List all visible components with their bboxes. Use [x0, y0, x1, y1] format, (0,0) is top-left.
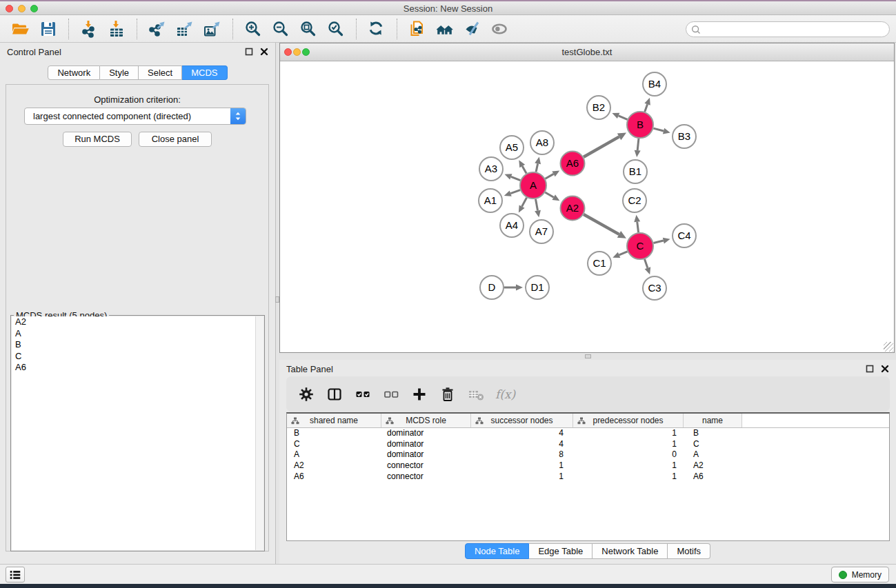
table-row-A[interactable]: Adominator80A — [287, 449, 889, 460]
close-panel-button[interactable]: Close panel — [139, 132, 212, 147]
column-layout-button[interactable] — [326, 385, 344, 403]
criterion-dropdown[interactable]: largest connected component (directed) — [24, 108, 246, 125]
network-document-button[interactable] — [404, 17, 431, 41]
mcds-result-list[interactable]: A2ABCA6 — [12, 316, 263, 550]
result-scrollbar[interactable] — [255, 316, 263, 550]
toolbar-divider — [137, 19, 137, 39]
close-panel-icon[interactable] — [260, 48, 268, 56]
result-item-B[interactable]: B — [12, 339, 263, 351]
vertical-split-grip[interactable] — [275, 296, 279, 303]
memory-button[interactable]: Memory — [831, 567, 889, 582]
zoom-in-icon — [244, 20, 262, 38]
export-table-button[interactable] — [171, 17, 199, 41]
add-column-button[interactable] — [410, 385, 428, 403]
node-B2[interactable]: B2 — [587, 96, 610, 119]
graphics-details-on-button[interactable] — [486, 17, 514, 41]
cell-successor-nodes: 4 — [471, 428, 573, 439]
horizontal-split-divider[interactable] — [276, 353, 896, 360]
table-settings-button[interactable] — [297, 385, 315, 403]
network-window-titlebar: testGlobe.txt — [280, 43, 894, 61]
hierarchy-icon — [577, 417, 586, 425]
result-item-A[interactable]: A — [12, 328, 263, 340]
tab-node-table[interactable]: Node Table — [465, 543, 530, 559]
tab-network[interactable]: Network — [48, 65, 100, 80]
tab-motifs[interactable]: Motifs — [668, 543, 710, 559]
node-A5[interactable]: A5 — [500, 136, 524, 159]
window-resize-grip[interactable] — [884, 342, 893, 352]
node-D[interactable]: D — [480, 276, 504, 299]
table-row-B[interactable]: Bdominator41B — [287, 428, 889, 439]
task-history-button[interactable] — [6, 567, 25, 582]
cell-name: A2 — [684, 460, 742, 472]
node-A1[interactable]: A1 — [479, 189, 502, 212]
table-row-A6[interactable]: A6connector11A6 — [287, 472, 889, 483]
node-B3[interactable]: B3 — [673, 125, 696, 148]
node-A8[interactable]: A8 — [530, 131, 554, 154]
run-mcds-button[interactable]: Run MCDS — [63, 132, 132, 147]
edge-arrowhead — [635, 150, 641, 157]
node-C4[interactable]: C4 — [673, 224, 696, 247]
column-header-MCDS-role[interactable]: MCDS role — [381, 414, 471, 427]
column-header-name[interactable]: name — [684, 414, 742, 427]
column-header-successor-nodes[interactable]: successor nodes — [471, 414, 573, 427]
result-item-C[interactable]: C — [12, 351, 263, 363]
node-A6[interactable]: A6 — [561, 152, 585, 176]
clear-all-checkboxes-button[interactable] — [382, 385, 400, 403]
node-A2[interactable]: A2 — [561, 196, 585, 221]
tab-mcds[interactable]: MCDS — [182, 65, 227, 80]
cell-shared-name: A — [287, 449, 381, 460]
result-item-A2[interactable]: A2 — [12, 316, 263, 328]
node-D1[interactable]: D1 — [526, 276, 549, 299]
node-A3[interactable]: A3 — [479, 157, 503, 181]
node-B1[interactable]: B1 — [624, 160, 647, 183]
cell-shared-name: C — [287, 439, 381, 450]
close-panel-icon[interactable] — [881, 365, 889, 373]
toolbar-divider — [356, 19, 357, 39]
zoom-out-button[interactable] — [267, 17, 295, 41]
node-A4[interactable]: A4 — [500, 214, 524, 237]
export-image-button[interactable] — [199, 17, 226, 41]
tab-edge-table[interactable]: Edge Table — [529, 543, 593, 559]
table-body: Bdominator41BCdominator41CAdominator80AA… — [287, 428, 889, 482]
node-C3[interactable]: C3 — [643, 276, 666, 300]
refresh-layout-button[interactable] — [363, 17, 390, 41]
export-network-button[interactable] — [143, 17, 171, 41]
float-panel-icon[interactable] — [866, 365, 874, 373]
network-canvas[interactable]: ABCA2A6A1A3A4A5A7A8B1B2B3B4C1C2C3C4DD1 — [280, 61, 894, 352]
tab-select[interactable]: Select — [139, 65, 182, 80]
column-header-predecessor-nodes[interactable]: predecessor nodes — [573, 414, 684, 427]
import-table-button[interactable] — [103, 17, 130, 41]
column-header-shared-name[interactable]: shared name — [287, 414, 381, 427]
node-B[interactable]: B — [627, 112, 653, 138]
tab-network-table[interactable]: Network Table — [593, 543, 668, 559]
node-C2[interactable]: C2 — [623, 189, 646, 212]
zoom-fit-button[interactable] — [295, 17, 322, 41]
edge-A6-B — [584, 136, 619, 156]
node-A7[interactable]: A7 — [530, 220, 553, 243]
node-A[interactable]: A — [520, 172, 546, 199]
node-C1[interactable]: C1 — [588, 252, 611, 275]
column-layout-icon — [326, 386, 343, 403]
svg-text:D1: D1 — [530, 281, 544, 293]
zoom-out-icon — [272, 20, 290, 38]
divider-grip[interactable] — [585, 354, 591, 358]
save-session-button[interactable] — [34, 17, 62, 41]
svg-text:C: C — [637, 240, 644, 252]
tab-style[interactable]: Style — [100, 65, 139, 80]
open-session-button[interactable] — [7, 17, 34, 41]
node-B4[interactable]: B4 — [643, 72, 666, 96]
search-input[interactable] — [704, 23, 884, 36]
zoom-in-button[interactable] — [239, 17, 267, 41]
float-panel-icon[interactable] — [245, 48, 253, 56]
select-all-checkboxes-button[interactable] — [354, 385, 372, 403]
save-session-icon — [39, 20, 57, 38]
table-row-A2[interactable]: A2connector11A2 — [287, 460, 889, 472]
zoom-selected-button[interactable] — [322, 17, 350, 41]
home-button[interactable] — [431, 17, 459, 41]
node-C[interactable]: C — [627, 233, 653, 259]
table-row-C[interactable]: Cdominator41C — [287, 439, 889, 450]
result-item-A6[interactable]: A6 — [12, 362, 263, 374]
graphics-details-off-button[interactable] — [459, 17, 486, 41]
delete-column-button[interactable] — [439, 385, 457, 403]
import-network-button[interactable] — [75, 17, 103, 41]
